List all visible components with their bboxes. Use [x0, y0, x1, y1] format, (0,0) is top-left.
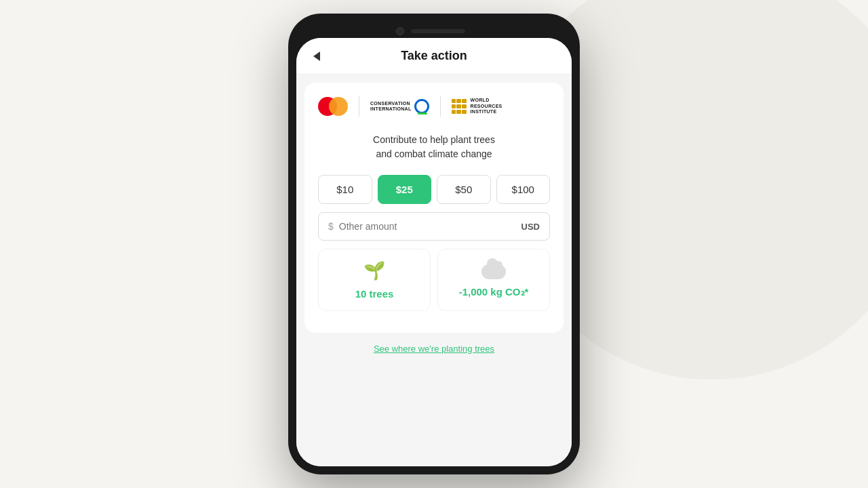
ci-text: CONSERVATIONINTERNATIONAL	[370, 101, 412, 113]
conservation-international-logo: CONSERVATIONINTERNATIONAL	[370, 99, 429, 114]
trees-value: 10 trees	[355, 288, 394, 300]
other-amount-input[interactable]	[339, 221, 516, 232]
amount-dollar-sign: $	[328, 221, 334, 232]
phone-speaker	[411, 29, 465, 33]
world-resources-institute-logo: WORLDRESOURCESINSTITUTE	[452, 98, 502, 115]
amount-button-100[interactable]: $100	[496, 175, 551, 204]
partner-logos: CONSERVATIONINTERNATIONAL	[318, 96, 550, 117]
custom-amount-field: $ USD	[318, 212, 550, 241]
amount-button-50[interactable]: $50	[437, 175, 491, 204]
trees-stat-card: 🌱 10 trees	[318, 249, 431, 311]
phone-camera	[396, 27, 404, 35]
logo-divider-2	[440, 96, 441, 117]
phone-top-bar	[296, 22, 572, 38]
main-card: CONSERVATIONINTERNATIONAL	[304, 83, 564, 333]
screen-content: CONSERVATIONINTERNATIONAL	[296, 75, 572, 466]
cloud-icon	[481, 260, 506, 279]
app-header: Take action	[296, 38, 572, 75]
back-chevron-icon	[313, 52, 320, 61]
page-title: Take action	[401, 49, 467, 63]
wri-grid-icon	[452, 99, 467, 114]
phone-screen: Take action CONSERVATIONINTERNATIONAL	[296, 38, 572, 466]
planting-link[interactable]: See where we're planting trees	[304, 341, 564, 359]
wri-text: WORLDRESOURCESINSTITUTE	[471, 98, 502, 115]
cloud-shape	[481, 264, 506, 279]
phone-frame: Take action CONSERVATIONINTERNATIONAL	[288, 14, 580, 474]
ci-circle-icon	[414, 99, 429, 114]
card-description: Contribute to help plant trees and comba…	[318, 133, 550, 161]
logo-divider-1	[359, 96, 359, 117]
mastercard-logo	[318, 97, 348, 116]
stats-row: 🌱 10 trees -1,000 kg CO₂*	[318, 249, 550, 311]
amount-button-10[interactable]: $10	[318, 175, 372, 204]
amount-buttons: $10 $25 $50 $100	[318, 175, 550, 204]
back-button[interactable]	[307, 47, 326, 66]
co2-value: -1,000 kg CO₂*	[459, 286, 529, 298]
co2-stat-card: -1,000 kg CO₂*	[437, 249, 550, 311]
currency-label: USD	[521, 222, 540, 232]
mc-yellow-circle	[329, 97, 348, 116]
tree-icon: 🌱	[363, 260, 385, 281]
amount-button-25[interactable]: $25	[378, 175, 432, 204]
